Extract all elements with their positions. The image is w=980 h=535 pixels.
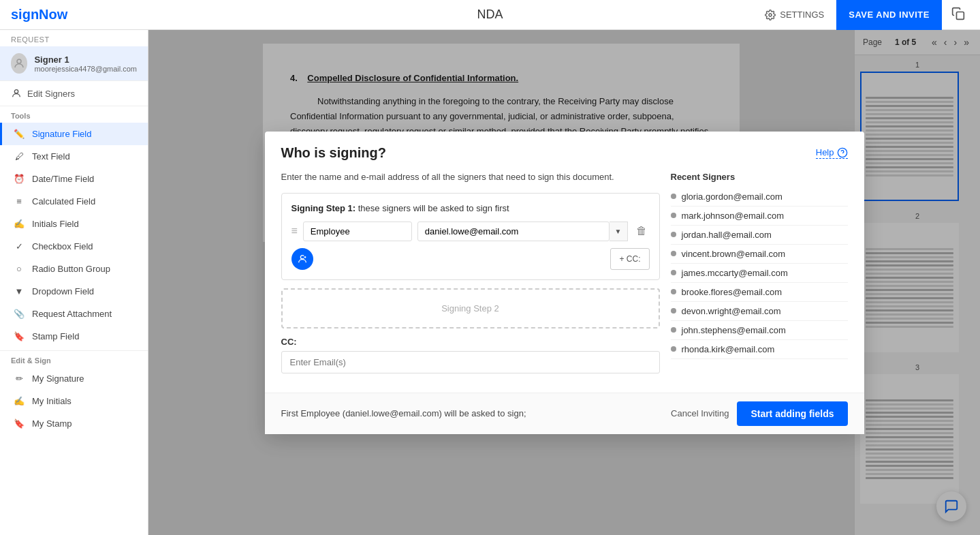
sidebar-item-datetime-field[interactable]: ⏰ Date/Time Field: [0, 168, 148, 190]
stamp-icon: 🔖: [13, 331, 25, 341]
edit-sign-header: Edit & Sign: [0, 350, 148, 367]
recent-signers-list: gloria.gordon@email.com mark.johnson@ema…: [671, 187, 848, 359]
signer-dot-icon: [671, 308, 676, 314]
sidebar-item-request-attachment[interactable]: 📎 Request Attachment: [0, 303, 148, 325]
sidebar-item-my-signature[interactable]: ✏ My Signature: [0, 367, 148, 390]
checkbox-field-label: Checkbox Field: [32, 241, 93, 251]
email-dropdown-arrow[interactable]: ▼: [610, 221, 628, 241]
recent-signers-title: Recent Signers: [671, 172, 848, 182]
sidebar-item-initials-field[interactable]: ✍ Initials Field: [0, 213, 148, 235]
signer-dot-icon: [671, 194, 676, 199]
signer1-email: moorejessica4478@gmail.com: [34, 65, 137, 73]
signature-field-label: Signature Field: [32, 129, 91, 139]
sidebar-item-calculated-field[interactable]: ≡ Calculated Field: [0, 190, 148, 213]
sidebar-item-my-initials[interactable]: ✍ My Initials: [0, 390, 148, 412]
my-signature-icon: ✏: [13, 373, 25, 384]
edit-signers-button[interactable]: Edit Signers: [0, 81, 148, 106]
topbar: signNow NDA SETTINGS SAVE AND INVITE: [0, 0, 980, 30]
text-field-label: Text Field: [32, 151, 70, 162]
radio-icon: ○: [13, 264, 25, 274]
signer-email-dropdown: ▼: [417, 221, 628, 241]
cc-label: CC:: [281, 337, 660, 347]
signer-actions: + CC:: [291, 248, 650, 270]
signing-step-1-label: Signing Step 1: these signers will be as…: [291, 203, 650, 213]
request-attachment-label: Request Attachment: [32, 309, 112, 319]
signer1-info: Signer 1 moorejessica4478@gmail.com: [34, 55, 137, 73]
cc-inline-button[interactable]: + CC:: [610, 248, 649, 270]
recent-signer-0[interactable]: gloria.gordon@email.com: [671, 187, 848, 207]
pen-icon: ✏️: [13, 129, 25, 139]
settings-label: SETTINGS: [780, 10, 824, 20]
footer-info-text: First Employee (daniel.lowe@email.com) w…: [281, 408, 526, 418]
svg-rect-1: [957, 12, 964, 20]
cancel-inviting-button[interactable]: Cancel Inviting: [671, 408, 729, 418]
edit-signers-label: Edit Signers: [27, 89, 75, 99]
signer-name-input[interactable]: [303, 221, 412, 241]
topbar-actions: SETTINGS SAVE AND INVITE: [758, 0, 969, 30]
footer-actions: Cancel Inviting Start adding fields: [671, 401, 847, 426]
recent-signer-2[interactable]: jordan.hall@email.com: [671, 226, 848, 245]
dropdown-icon: ▼: [13, 286, 25, 296]
sidebar-signer1[interactable]: Signer 1 moorejessica4478@gmail.com: [0, 46, 148, 81]
recent-signer-4[interactable]: james.mccarty@email.com: [671, 264, 848, 283]
recent-signer-1[interactable]: mark.johnson@email.com: [671, 207, 848, 226]
gear-icon: [765, 10, 776, 20]
edit-signers-icon: [11, 88, 22, 99]
my-initials-label: My Initials: [32, 396, 72, 406]
my-stamp-icon: 🔖: [13, 418, 25, 429]
clock-icon: ⏰: [13, 174, 25, 184]
modal-description: Enter the name and e-mail address of all…: [281, 172, 660, 182]
sidebar-item-dropdown-field[interactable]: ▼ Dropdown Field: [0, 280, 148, 303]
signer1-name: Signer 1: [34, 55, 137, 65]
modal-help-button[interactable]: Help: [816, 147, 848, 159]
copy-button[interactable]: [947, 3, 969, 27]
datetime-field-label: Date/Time Field: [32, 174, 94, 184]
modal-right-panel: Recent Signers gloria.gordon@email.com m…: [671, 172, 848, 382]
initials-icon: ✍: [13, 219, 25, 229]
recent-signer-8[interactable]: rhonda.kirk@email.com: [671, 340, 848, 359]
sidebar-item-my-stamp[interactable]: 🔖 My Stamp: [0, 412, 148, 435]
modal-overlay: Who is signing? Help Enter the name and …: [148, 30, 980, 535]
start-adding-fields-button[interactable]: Start adding fields: [737, 401, 847, 426]
svg-point-0: [769, 14, 772, 16]
text-icon: 🖊: [13, 151, 25, 162]
content-area: 4. Compelled Disclosure of Confidential …: [148, 30, 980, 535]
question-circle-icon: [837, 147, 848, 158]
calc-icon: ≡: [13, 196, 25, 207]
attachment-icon: 📎: [13, 309, 25, 319]
signer-dot-icon: [671, 270, 676, 275]
app-logo: signNow: [11, 7, 67, 22]
cc-email-input[interactable]: [281, 351, 660, 373]
sidebar-item-signature-field[interactable]: ✏️ Signature Field: [0, 123, 148, 145]
sidebar-item-checkbox-field[interactable]: ✓ Checkbox Field: [0, 235, 148, 258]
modal-footer: First Employee (daniel.lowe@email.com) w…: [265, 393, 864, 434]
modal-left-panel: Enter the name and e-mail address of all…: [281, 172, 660, 382]
recent-signer-6[interactable]: devon.wright@email.com: [671, 302, 848, 321]
modal-title: Who is signing?: [281, 145, 386, 161]
recent-signer-3[interactable]: vincent.brown@email.com: [671, 245, 848, 264]
save-and-invite-button[interactable]: SAVE AND INVITE: [836, 0, 942, 30]
signer-email-input[interactable]: [417, 221, 610, 241]
role-button[interactable]: [291, 248, 313, 270]
calculated-field-label: Calculated Field: [32, 196, 95, 207]
sidebar-item-radio-button-group[interactable]: ○ Radio Button Group: [0, 258, 148, 280]
signing-step-2-box[interactable]: Signing Step 2: [281, 288, 660, 328]
stamp-field-label: Stamp Field: [32, 331, 79, 341]
modal-body: Enter the name and e-mail address of all…: [265, 161, 864, 393]
help-label: Help: [816, 147, 834, 157]
cc-section: CC:: [281, 337, 660, 373]
sidebar-item-stamp-field[interactable]: 🔖 Stamp Field: [0, 325, 148, 348]
my-initials-icon: ✍: [13, 396, 25, 406]
tools-header: Tools: [0, 106, 148, 123]
delete-signer-button[interactable]: 🗑: [633, 222, 650, 240]
svg-point-2: [17, 59, 21, 63]
signer-dot-icon: [671, 346, 676, 352]
recent-signer-7[interactable]: john.stephens@email.com: [671, 321, 848, 340]
drag-handle-icon[interactable]: ≡: [291, 225, 298, 237]
settings-button[interactable]: SETTINGS: [758, 5, 831, 25]
signer-dot-icon: [671, 251, 676, 256]
sidebar-item-text-field[interactable]: 🖊 Text Field: [0, 145, 148, 168]
radio-button-group-label: Radio Button Group: [32, 264, 110, 274]
initials-field-label: Initials Field: [32, 219, 79, 229]
recent-signer-5[interactable]: brooke.flores@email.com: [671, 283, 848, 302]
